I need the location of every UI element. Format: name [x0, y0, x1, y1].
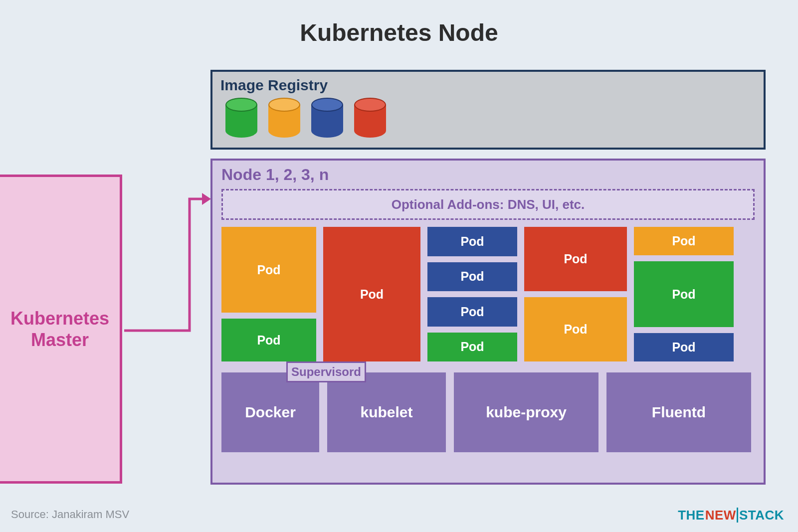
brand-the: THE — [678, 508, 705, 523]
service-kubelet: kubelet — [327, 372, 446, 452]
brand-stack: STACK — [739, 508, 784, 523]
service-docker: Docker — [221, 372, 319, 452]
arrow-icon — [122, 191, 212, 336]
service-kube-proxy: kube-proxy — [454, 372, 598, 452]
pods-grid: Pod Pod Pod Pod Pod Pod Pod Pod Pod Pod … — [221, 227, 755, 361]
pod-box: Pod — [524, 227, 627, 291]
cylinder-icon — [311, 98, 343, 138]
optional-addons-box: Optional Add-ons: DNS, UI, etc. — [221, 189, 755, 220]
brand-new: NEW — [705, 508, 738, 523]
pod-box: Pod — [634, 227, 734, 255]
brand-logo: THENEWSTACK — [678, 508, 784, 523]
diagram-title: Kubernetes Node — [0, 19, 798, 46]
image-registry-box: Image Registry — [210, 70, 766, 150]
service-fluentd: Fluentd — [606, 372, 751, 452]
master-line2: Master — [31, 330, 89, 350]
services-row: Supervisord Docker kubelet kube-proxy Fl… — [221, 372, 755, 452]
pod-box: Pod — [427, 333, 517, 362]
pod-box: Pod — [221, 227, 316, 313]
pod-box: Pod — [323, 227, 420, 361]
pod-box: Pod — [427, 227, 517, 256]
cylinder-icon — [268, 98, 300, 138]
pod-box: Pod — [427, 297, 517, 327]
node-title: Node 1, 2, 3, n — [221, 166, 755, 184]
image-cylinders — [225, 98, 756, 138]
pod-box: Pod — [634, 333, 734, 361]
pod-box: Pod — [634, 261, 734, 327]
cylinder-icon — [354, 98, 386, 138]
supervisord-label: Supervisord — [286, 361, 366, 382]
pod-box: Pod — [427, 262, 517, 292]
kubernetes-master-label: Kubernetes Master — [10, 308, 109, 351]
source-credit: Source: Janakiram MSV — [11, 508, 129, 521]
image-registry-title: Image Registry — [220, 77, 756, 94]
cylinder-icon — [225, 98, 257, 138]
master-line1: Kubernetes — [10, 308, 109, 329]
pod-box: Pod — [524, 297, 627, 361]
pod-box: Pod — [221, 319, 316, 361]
kubernetes-master-box: Kubernetes Master — [0, 175, 122, 484]
node-box: Node 1, 2, 3, n Optional Add-ons: DNS, U… — [210, 159, 766, 485]
